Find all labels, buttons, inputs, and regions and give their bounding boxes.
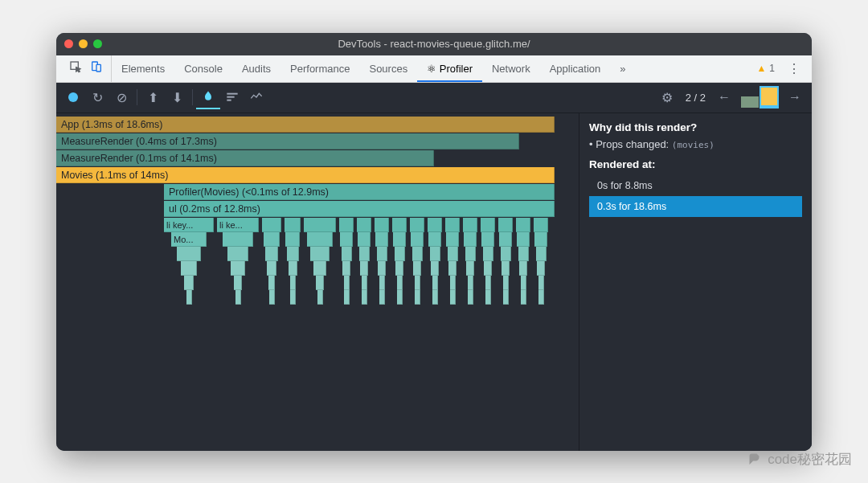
flame-li-15-1[interactable] [517,232,530,247]
reload-button[interactable]: ↻ [85,85,109,109]
flame-li-8-2[interactable] [395,247,405,261]
flame-li-13-2[interactable] [483,247,493,261]
flame-li-14-5[interactable] [503,290,509,305]
flame-li-15-3[interactable] [519,261,527,276]
flame-li-14-3[interactable] [502,261,510,276]
flame-bar-r4[interactable]: Profiler(Movies) (<0.1ms of 12.9ms) [164,184,555,200]
flame-li-5-1[interactable] [340,232,353,247]
flame-li-5-3[interactable] [342,261,350,276]
flamegraph-panel[interactable]: App (1.3ms of 18.6ms)MeasureRender (0.4m… [56,113,579,451]
flame-li-2-1[interactable] [264,232,280,247]
tab-performance[interactable]: Performance [280,55,359,82]
zoom-icon[interactable] [93,39,102,48]
flame-li-5-4[interactable] [344,276,350,290]
flame-li-2-5[interactable] [269,290,275,305]
import-button[interactable]: ⬆ [141,85,165,109]
flame-li-14-2[interactable] [501,247,511,261]
tab-console[interactable]: Console [174,55,232,82]
ranked-tab[interactable] [220,85,244,109]
flame-li-12-1[interactable] [464,232,477,247]
render-item-1[interactable]: 0.3s for 18.6ms [589,196,802,217]
flame-bar-r3[interactable]: Movies (1.1ms of 14ms) [56,167,555,183]
flame-li-16-1[interactable] [534,232,547,247]
flame-li-14-1[interactable] [499,232,512,247]
flame-li-7-5[interactable] [379,290,385,305]
flame-li-15-0[interactable] [516,218,530,232]
flame-li-6-5[interactable] [362,290,367,305]
flame-li-5-5[interactable] [344,290,350,305]
flame-li-9-3[interactable] [413,261,421,276]
flame-li-3-3[interactable] [289,261,297,276]
flame-bar-r0[interactable]: App (1.3ms of 18.6ms) [56,117,555,133]
flame-li-14-4[interactable] [503,276,509,290]
flame-li-2-4[interactable] [268,276,275,290]
flame-li-0-2[interactable] [177,247,201,261]
flame-li-16-3[interactable] [537,261,545,276]
tab-elements[interactable]: Elements [112,55,174,82]
flame-li-13-4[interactable] [485,276,491,290]
flame-li-4-4[interactable] [316,276,324,290]
flame-li-9-1[interactable] [411,232,424,247]
flame-li-1-1[interactable] [223,232,253,247]
flame-li-10-2[interactable] [430,247,440,261]
commit-bar-0[interactable] [741,96,759,108]
flame-li-13-3[interactable] [484,261,492,276]
warning-badge[interactable]: ▲ 1 [750,63,781,74]
flame-li-16-4[interactable] [538,276,544,290]
flame-bar-r5[interactable]: ul (0.2ms of 12.8ms) [164,201,555,217]
flame-li-3-4[interactable] [290,276,296,290]
flame-li-11-0[interactable] [445,218,460,232]
flame-li-6-0[interactable] [357,218,371,232]
flame-bar-r2[interactable]: MeasureRender (0.1ms of 14.1ms) [56,150,434,166]
flame-li-1-3[interactable] [231,261,245,276]
record-button[interactable] [61,85,85,109]
flame-li-9-5[interactable] [415,290,420,305]
flame-li-13-1[interactable] [481,232,494,247]
flame-li-16-5[interactable] [538,290,544,305]
flame-li-15-4[interactable] [521,276,526,290]
flame-li-4-2[interactable] [310,247,330,261]
flame-li-9-0[interactable] [410,218,424,232]
flame-li-16-0[interactable] [534,218,548,232]
prev-commit-button[interactable]: ← [712,85,736,109]
flame-li-8-1[interactable] [393,232,406,247]
flame-li-7-3[interactable] [378,261,386,276]
flame-li-12-5[interactable] [468,290,473,305]
flame-li-9-2[interactable] [412,247,423,261]
flame-li-12-4[interactable] [468,276,473,290]
flame-li-12-2[interactable] [465,247,476,261]
export-button[interactable]: ⬇ [165,85,189,109]
interactions-tab[interactable] [244,85,268,109]
flame-li-3-5[interactable] [290,290,296,305]
flame-li-13-5[interactable] [485,290,491,305]
flame-li-7-4[interactable] [379,276,385,290]
render-item-0[interactable]: 0s for 8.8ms [589,175,802,196]
more-menu-icon[interactable]: ⋮ [781,61,807,76]
tabs-overflow-icon[interactable]: » [610,55,635,82]
flame-li-6-3[interactable] [360,261,368,276]
flame-li-1-0[interactable]: li ke... [217,218,259,232]
flame-li-0-3[interactable] [181,261,197,276]
flame-li-11-4[interactable] [450,276,456,290]
flame-li-12-3[interactable] [466,261,474,276]
flame-li-3-0[interactable] [285,218,301,232]
tab-sources[interactable]: Sources [359,55,417,82]
settings-icon[interactable]: ⚙ [655,85,679,109]
clear-button[interactable]: ⊘ [109,85,133,109]
flame-li-14-0[interactable] [498,218,513,232]
flame-li-0-5[interactable] [186,290,192,305]
flame-li-4-5[interactable] [317,290,323,305]
flame-li-6-2[interactable] [359,247,370,261]
flame-li-15-5[interactable] [521,290,526,305]
flame-li-1-4[interactable] [234,276,242,290]
tab-profiler[interactable]: ⚛ Profiler [417,55,482,82]
flame-li-6-1[interactable] [358,232,371,247]
flame-li-7-0[interactable] [375,218,389,232]
flame-li-10-1[interactable] [428,232,441,247]
flame-li-1-2[interactable] [227,247,248,261]
flame-li-7-2[interactable] [377,247,387,261]
flame-li-11-1[interactable] [446,232,459,247]
flame-li-2-0[interactable] [262,218,281,232]
flame-li-5-0[interactable] [339,218,354,232]
tab-application[interactable]: Application [540,55,611,82]
